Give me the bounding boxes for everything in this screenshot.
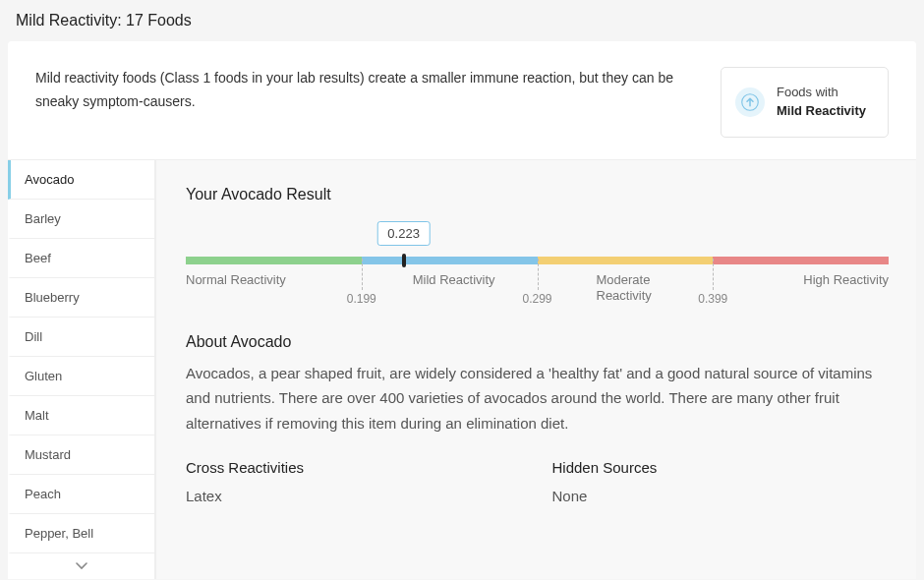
reactivity-badge: Foods with Mild Reactivity	[721, 67, 889, 138]
value-marker	[402, 254, 406, 267]
badge-text: Foods with Mild Reactivity	[777, 84, 866, 121]
badge-line1: Foods with	[777, 85, 838, 99]
cross-title: Cross Reactivities	[186, 459, 523, 476]
tick-label-high: 0.399	[698, 292, 727, 306]
sidebar-item[interactable]: Peach	[8, 475, 154, 514]
food-sidebar: AvocadoBarleyBeefBlueberryDillGlutenMalt…	[8, 160, 155, 579]
zone-high-segment	[713, 257, 889, 264]
cross-value: Latex	[186, 488, 523, 504]
intro-text: Mild reactivity foods (Class 1 foods in …	[35, 67, 701, 114]
content-row: AvocadoBarleyBeefBlueberryDillGlutenMalt…	[8, 159, 916, 579]
cross-reactivities: Cross Reactivities Latex	[186, 459, 523, 504]
zone-label-mild: Mild Reactivity	[362, 272, 495, 288]
sidebar-item[interactable]: Dill	[8, 318, 154, 357]
tick-label-mild: 0.199	[347, 292, 376, 306]
sidebar-item[interactable]: Blueberry	[8, 278, 154, 318]
sidebar-item[interactable]: Beef	[8, 239, 154, 278]
main-card: Mild reactivity foods (Class 1 foods in …	[8, 41, 916, 579]
hidden-sources: Hidden Sources None	[552, 459, 890, 504]
zone-label-normal: Normal Reactivity	[186, 272, 286, 288]
about-text: Avocados, a pear shaped fruit, are widel…	[186, 361, 889, 436]
scale-labels: Normal Reactivity Mild Reactivity Modera…	[186, 270, 889, 316]
badge-line2: Mild Reactivity	[777, 103, 866, 118]
arrow-up-icon	[735, 87, 765, 117]
tick-moderate	[538, 259, 539, 290]
tick-label-moderate: 0.299	[522, 292, 551, 306]
sidebar-item[interactable]: Mustard	[8, 435, 154, 475]
detail-panel: Your Avocado Result 0.223 Normal Reactiv…	[155, 160, 916, 579]
sidebar-item[interactable]: Pepper, Bell	[8, 514, 154, 553]
result-title: Your Avocado Result	[186, 186, 889, 203]
hidden-value: None	[552, 488, 890, 504]
page-title: Mild Reactivity: 17 Foods	[16, 12, 908, 29]
sidebar-more[interactable]	[8, 553, 154, 579]
info-columns: Cross Reactivities Latex Hidden Sources …	[186, 459, 889, 504]
zone-moderate-segment	[538, 257, 714, 264]
value-bubble: 0.223	[376, 221, 431, 246]
sidebar-item[interactable]: Malt	[8, 396, 154, 435]
sidebar-item[interactable]: Gluten	[8, 357, 154, 396]
tick-mild	[362, 259, 363, 290]
zone-label-high: High Reactivity	[803, 272, 889, 288]
zone-mild-segment	[362, 257, 538, 264]
chevron-down-icon	[76, 562, 87, 570]
hidden-title: Hidden Sources	[552, 459, 890, 476]
about-title: About Avocado	[186, 333, 889, 351]
sidebar-item[interactable]: Barley	[8, 200, 154, 239]
tick-high	[713, 259, 714, 290]
sidebar-item[interactable]: Avocado	[8, 160, 154, 200]
zone-normal-segment	[186, 257, 362, 264]
reactivity-scale: 0.223 Normal Reactivity Mild Reactivity …	[186, 221, 889, 316]
intro-section: Mild reactivity foods (Class 1 foods in …	[8, 41, 916, 159]
